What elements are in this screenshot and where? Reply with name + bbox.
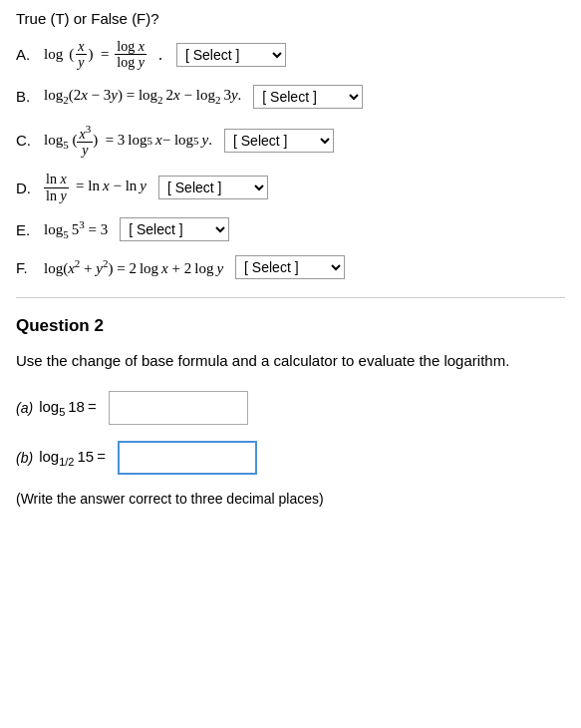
row-c-label: C. <box>16 132 34 149</box>
q1-instructions: True (T) or False (F)? <box>16 10 565 27</box>
q2-part-a-row: (a) log5 18 = <box>16 391 565 425</box>
row-d-math: ln xln y = ln x − ln y <box>44 172 146 203</box>
q2-part-a-label: (a) <box>16 400 33 416</box>
row-e: E. log5 53 = 3 [ Select ] True False <box>16 217 565 241</box>
q2-part-b-row: (b) log1/2 15 = <box>16 441 565 475</box>
row-c: C. log5 (x3y) = 3 log5 x − log5 y. [ Sel… <box>16 123 565 158</box>
q2-part-b-input[interactable] <box>118 441 257 475</box>
row-c-math: log5 (x3y) = 3 log5 x − log5 y. <box>44 123 212 158</box>
row-d-label: D. <box>16 180 34 196</box>
row-b: B. log2(2x − 3y) = log2 2x − log2 3y. [ … <box>16 85 565 109</box>
select-c[interactable]: [ Select ] True False <box>224 129 334 153</box>
q2-note: (Write the answer correct to three decim… <box>16 491 565 507</box>
row-d: D. ln xln y = ln x − ln y [ Select ] Tru… <box>16 172 565 203</box>
select-e[interactable]: [ Select ] True False <box>120 217 229 241</box>
row-e-math: log5 53 = 3 <box>44 218 108 240</box>
q2-title: Question 2 <box>16 316 565 336</box>
select-d[interactable]: [ Select ] True False <box>158 176 268 199</box>
select-b[interactable]: [ Select ] True False <box>253 85 363 109</box>
section-divider <box>16 297 565 298</box>
row-b-math: log2(2x − 3y) = log2 2x − log2 3y. <box>44 87 241 106</box>
question-2-block: Question 2 Use the change of base formul… <box>16 316 565 507</box>
row-a: A. log (xy) = log xlog y . [ Select ] Tr… <box>16 39 565 71</box>
select-f[interactable]: [ Select ] True False <box>235 255 345 279</box>
row-f-label: F. <box>16 259 34 276</box>
q2-part-a-math: log5 18 = <box>39 398 97 418</box>
q2-instruction: Use the change of base formula and a cal… <box>16 350 565 373</box>
q2-part-a-input[interactable] <box>109 391 248 425</box>
row-a-math: log (xy) = log xlog y <box>44 39 146 71</box>
select-a[interactable]: [ Select ] True False <box>176 43 286 67</box>
row-b-label: B. <box>16 88 34 105</box>
row-f-math: log(x2 + y2) = 2 log x + 2 log y <box>44 257 223 277</box>
row-a-dot: . <box>158 46 166 64</box>
row-f: F. log(x2 + y2) = 2 log x + 2 log y [ Se… <box>16 255 565 279</box>
q2-part-b-label: (b) <box>16 450 33 466</box>
q2-part-b-math: log1/2 15 = <box>39 448 106 468</box>
row-e-label: E. <box>16 221 34 238</box>
row-a-label: A. <box>16 46 34 63</box>
